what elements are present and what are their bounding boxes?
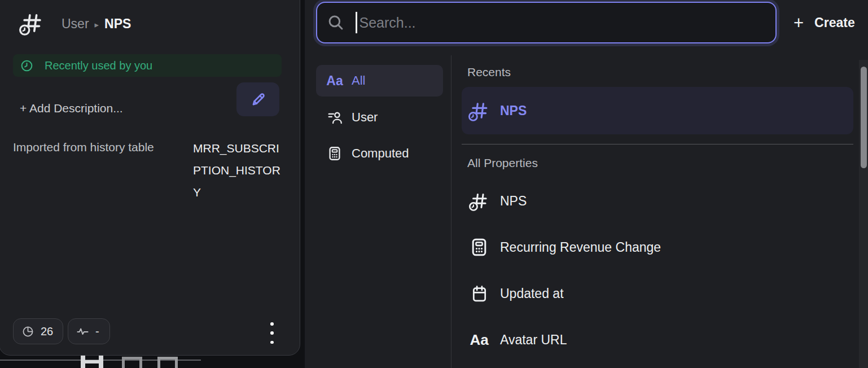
more-options-button[interactable]: [265, 321, 279, 345]
tab-computed[interactable]: Computed: [316, 138, 443, 169]
tab-user[interactable]: User: [316, 102, 443, 133]
add-description-button[interactable]: + Add Description...: [20, 102, 123, 115]
create-button[interactable]: + Create: [794, 8, 855, 37]
number-history-icon: [468, 191, 490, 211]
property-header: [19, 11, 44, 36]
section-divider: [462, 144, 853, 144]
tab-all[interactable]: Aa All: [316, 65, 443, 97]
background-toolbar-icon: [81, 355, 103, 368]
recently-used-label: Recently used by you: [45, 59, 152, 72]
vertical-divider: [451, 55, 451, 368]
import-info-row: Imported from history table MRR_SUBSCRIP…: [13, 141, 286, 203]
search-icon: [327, 14, 345, 32]
number-history-icon: [468, 100, 490, 121]
background-toolbar-icon: [157, 357, 178, 368]
scrollbar-thumb[interactable]: [861, 67, 867, 168]
calendar-icon: [468, 284, 490, 303]
screen: User ▸ NPS Recently used by you + Add De…: [0, 0, 868, 368]
kebab-menu-icon: [270, 322, 274, 326]
property-item-updated-at[interactable]: Updated at: [462, 270, 853, 317]
calculator-icon: [468, 237, 490, 257]
background-toolbar-icon: [122, 357, 142, 368]
property-item-avatar-url[interactable]: Aa Avatar URL: [462, 317, 853, 363]
property-search-modal: + Create Aa All User Computed Recents NP…: [305, 0, 868, 368]
section-title-all-properties: All Properties: [467, 156, 538, 170]
property-item-label: Updated at: [500, 286, 564, 301]
recently-used-badge: Recently used by you: [13, 54, 282, 77]
create-button-label: Create: [814, 15, 855, 30]
import-table-name: MRR_SUBSCRIPTION_HISTORY: [193, 137, 283, 203]
property-item-label: Recurring Revenue Change: [500, 240, 661, 255]
section-title-recents: Recents: [467, 65, 511, 79]
text-aa-icon: Aa: [468, 331, 490, 349]
property-item-label: NPS: [500, 194, 527, 209]
breadcrumb-parent[interactable]: User: [62, 16, 89, 32]
activity-pulse-icon: [76, 325, 89, 338]
user-list-icon: [325, 109, 344, 125]
scrollbar-track[interactable]: [859, 60, 868, 368]
event-count-value: 26: [41, 325, 53, 338]
chevron-right-icon: ▸: [95, 20, 99, 30]
calculator-icon: [325, 146, 344, 161]
property-item-label: Avatar URL: [500, 332, 567, 348]
property-detail-card: User ▸ NPS Recently used by you + Add De…: [0, 0, 300, 356]
trend-button[interactable]: -: [68, 318, 110, 344]
breadcrumb: User ▸ NPS: [62, 16, 131, 32]
trend-value: -: [95, 325, 99, 338]
search-input[interactable]: [357, 3, 776, 42]
property-item-recurring-revenue-change[interactable]: Recurring Revenue Change: [462, 224, 853, 270]
tab-all-label: All: [352, 73, 365, 88]
edit-property-button[interactable]: [236, 82, 279, 116]
tab-computed-label: Computed: [352, 146, 409, 161]
property-item-nps[interactable]: NPS: [462, 178, 853, 224]
pie-chart-icon: [21, 325, 34, 338]
event-count-button[interactable]: 26: [13, 318, 63, 344]
plus-icon: +: [794, 14, 804, 32]
clock-icon: [20, 59, 33, 72]
tab-user-label: User: [352, 110, 378, 125]
recent-item-nps[interactable]: NPS: [462, 87, 853, 134]
text-aa-icon: Aa: [325, 73, 344, 89]
breadcrumb-current: NPS: [104, 16, 131, 32]
pencil-icon: [249, 90, 268, 109]
number-history-icon: [19, 11, 44, 36]
import-info-label: Imported from history table: [13, 141, 193, 203]
recent-item-label: NPS: [500, 103, 527, 119]
search-box: [316, 2, 777, 43]
